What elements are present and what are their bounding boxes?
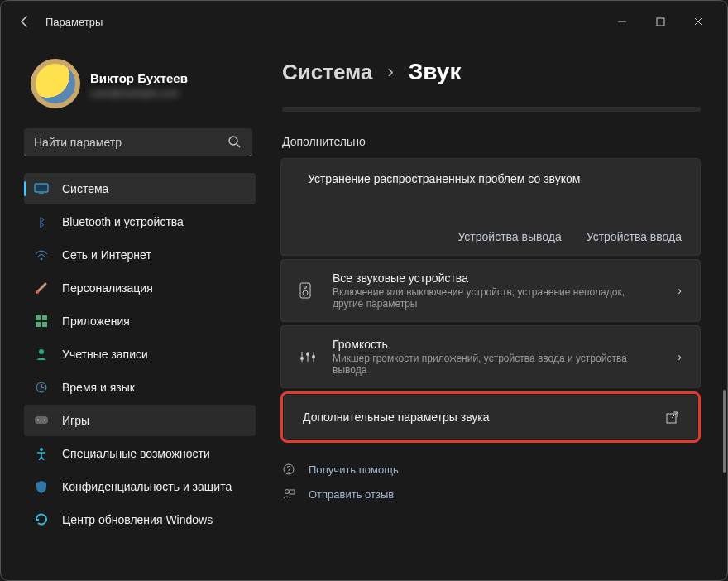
- page-title: Звук: [409, 59, 462, 85]
- chevron-right-icon: ›: [387, 61, 393, 83]
- link-label: Отправить отзыв: [309, 488, 394, 501]
- divider: [282, 107, 701, 112]
- svg-point-6: [41, 258, 43, 261]
- svg-point-19: [40, 448, 43, 451]
- svg-point-26: [300, 357, 304, 360]
- sidebar-item-bluetooth[interactable]: ᛒBluetooth и устройства: [24, 206, 256, 238]
- gamepad-icon: [34, 413, 49, 428]
- svg-text:?: ?: [286, 465, 291, 474]
- svg-point-17: [37, 420, 39, 421]
- sidebar-item-label: Сеть и Интернет: [62, 248, 151, 262]
- svg-point-28: [312, 355, 315, 358]
- sidebar-item-label: Время и язык: [62, 381, 135, 394]
- row-title: Дополнительные параметры звука: [303, 411, 651, 424]
- minimize-button[interactable]: [603, 7, 641, 36]
- update-icon: [34, 512, 49, 527]
- maximize-button[interactable]: [641, 7, 679, 36]
- svg-point-21: [304, 286, 307, 289]
- link-label: Получить помощь: [309, 463, 399, 476]
- svg-point-2: [229, 137, 237, 145]
- svg-point-27: [306, 353, 309, 356]
- profile[interactable]: Виктор Бухтеев user@example.com: [24, 42, 256, 128]
- search-input[interactable]: [24, 128, 252, 156]
- sidebar: Виктор Бухтеев user@example.com Система …: [1, 42, 266, 581]
- svg-rect-11: [42, 322, 47, 327]
- svg-point-7: [36, 290, 39, 294]
- close-button[interactable]: [679, 7, 717, 36]
- speaker-icon: [299, 282, 318, 299]
- accessibility-icon: [34, 446, 49, 461]
- help-icon: ?: [282, 463, 297, 476]
- sidebar-item-privacy[interactable]: Конфиденциальность и защита: [24, 471, 256, 502]
- sidebar-item-label: Персонализация: [62, 281, 153, 295]
- card-all-devices[interactable]: Все звуковые устройства Включение или вы…: [280, 259, 701, 322]
- scrollbar[interactable]: [723, 390, 726, 473]
- sidebar-item-label: Приложения: [62, 315, 130, 328]
- highlight-box: Дополнительные параметры звука: [280, 391, 701, 443]
- get-help-link[interactable]: ? Получить помощь: [282, 463, 701, 476]
- user-name: Виктор Бухтеев: [90, 71, 189, 85]
- svg-rect-1: [657, 18, 664, 26]
- row-title: Громкость: [333, 338, 663, 351]
- main-content: Система › Звук Дополнительно Устранение …: [266, 42, 727, 581]
- svg-point-18: [44, 420, 46, 421]
- svg-point-22: [303, 290, 308, 295]
- brush-icon: [34, 281, 49, 295]
- sidebar-item-network[interactable]: Сеть и Интернет: [24, 239, 256, 271]
- shield-icon: [34, 479, 49, 494]
- apps-icon: [34, 314, 49, 329]
- title-bar: Параметры: [1, 1, 727, 42]
- row-title: Все звуковые устройства: [333, 271, 663, 285]
- sidebar-item-accounts[interactable]: Учетные записи: [24, 339, 256, 370]
- input-devices-button[interactable]: Устройства ввода: [587, 230, 682, 243]
- chevron-right-icon: ›: [678, 284, 682, 297]
- back-button[interactable]: [11, 7, 39, 36]
- svg-rect-10: [36, 322, 41, 327]
- output-devices-button[interactable]: Устройства вывода: [457, 230, 561, 243]
- troubleshoot-title: Устранение распространенных проблем со з…: [308, 172, 682, 185]
- search-icon: [228, 135, 241, 148]
- avatar: [31, 59, 80, 108]
- window-title: Параметры: [46, 16, 103, 28]
- nav-list: Система ᛒBluetooth и устройства Сеть и И…: [24, 173, 256, 535]
- external-link-icon: [666, 411, 678, 424]
- sidebar-item-system[interactable]: Система: [24, 173, 256, 204]
- svg-rect-9: [42, 315, 47, 320]
- breadcrumb: Система › Звук: [280, 59, 701, 85]
- sidebar-item-label: Игры: [62, 414, 89, 427]
- feedback-link[interactable]: Отправить отзыв: [282, 487, 701, 501]
- bluetooth-icon: ᛒ: [34, 214, 49, 229]
- sidebar-item-label: Центр обновления Windows: [62, 513, 213, 526]
- mixer-icon: [299, 350, 318, 363]
- sidebar-item-personalization[interactable]: Персонализация: [24, 272, 256, 304]
- svg-point-12: [39, 349, 44, 354]
- person-icon: [34, 347, 49, 362]
- card-more-sound-settings[interactable]: Дополнительные параметры звука: [284, 395, 697, 439]
- sidebar-item-label: Bluetooth и устройства: [62, 215, 184, 228]
- sidebar-item-accessibility[interactable]: Специальные возможности: [24, 438, 256, 469]
- row-sub: Микшер громкости приложений, устройства …: [333, 353, 647, 376]
- svg-rect-16: [35, 416, 48, 424]
- section-label: Дополнительно: [280, 135, 701, 148]
- sidebar-item-update[interactable]: Центр обновления Windows: [24, 504, 256, 535]
- chevron-right-icon: ›: [678, 350, 682, 363]
- feedback-icon: [282, 487, 297, 501]
- svg-rect-8: [36, 315, 41, 320]
- card-troubleshoot: Устранение распространенных проблем со з…: [280, 158, 701, 256]
- card-volume[interactable]: Громкость Микшер громкости приложений, у…: [280, 325, 701, 388]
- sidebar-item-time[interactable]: Время и язык: [24, 372, 256, 403]
- sidebar-item-gaming[interactable]: Игры: [24, 405, 256, 436]
- svg-line-3: [237, 144, 240, 147]
- row-sub: Включение или выключение устройств, устр…: [333, 286, 647, 310]
- svg-point-32: [285, 490, 290, 494]
- user-email: user@example.com: [90, 88, 179, 99]
- breadcrumb-parent[interactable]: Система: [282, 60, 372, 85]
- sidebar-item-apps[interactable]: Приложения: [24, 305, 256, 337]
- svg-rect-4: [35, 184, 48, 192]
- monitor-icon: [34, 181, 49, 196]
- sidebar-item-label: Учетные записи: [62, 348, 148, 361]
- sidebar-item-label: Специальные возможности: [62, 447, 210, 460]
- footer-links: ? Получить помощь Отправить отзыв: [280, 463, 701, 501]
- svg-rect-33: [290, 490, 295, 494]
- sidebar-item-label: Система: [62, 182, 108, 195]
